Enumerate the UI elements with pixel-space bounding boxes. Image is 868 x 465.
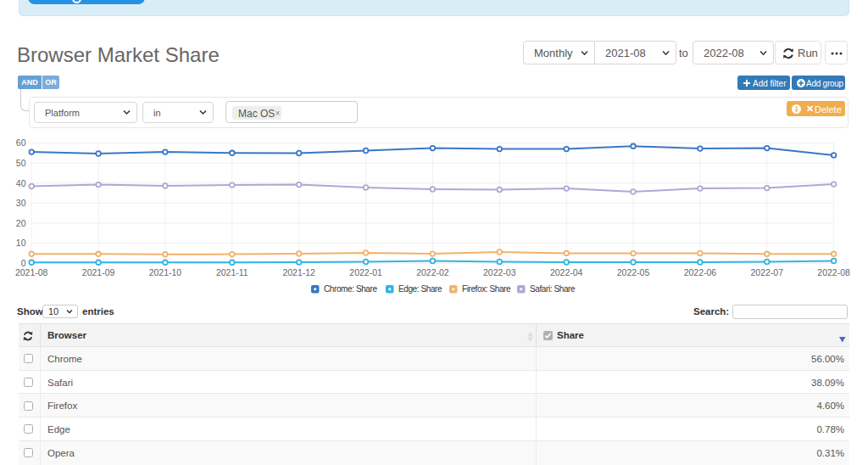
svg-text:40: 40 [16,178,26,188]
svg-text:30: 30 [16,198,26,208]
svg-text:2022-04: 2022-04 [550,267,583,277]
svg-text:20: 20 [16,218,26,228]
svg-text:10: 10 [16,238,26,248]
svg-text:2021-10: 2021-10 [149,267,182,277]
svg-text:2022-07: 2022-07 [751,267,784,277]
svg-text:Firefox: Share: Firefox: Share [462,284,511,294]
svg-text:2022-05: 2022-05 [617,267,650,277]
svg-text:50: 50 [16,158,26,168]
svg-text:2022-08: 2022-08 [817,267,850,277]
svg-text:2022-03: 2022-03 [483,267,516,277]
svg-text:2022-02: 2022-02 [416,267,449,277]
svg-text:Safari: Share: Safari: Share [530,284,576,294]
svg-text:2021-11: 2021-11 [216,267,248,277]
svg-text:2022-06: 2022-06 [684,267,717,277]
svg-text:Edge: Share: Edge: Share [398,284,442,294]
svg-text:Chrome: Share: Chrome: Share [324,284,377,294]
svg-text:2021-09: 2021-09 [82,267,115,277]
svg-text:2021-12: 2021-12 [282,267,315,277]
svg-text:2021-08: 2021-08 [15,267,48,277]
svg-text:2022-01: 2022-01 [349,267,382,277]
svg-text:60: 60 [16,137,26,148]
